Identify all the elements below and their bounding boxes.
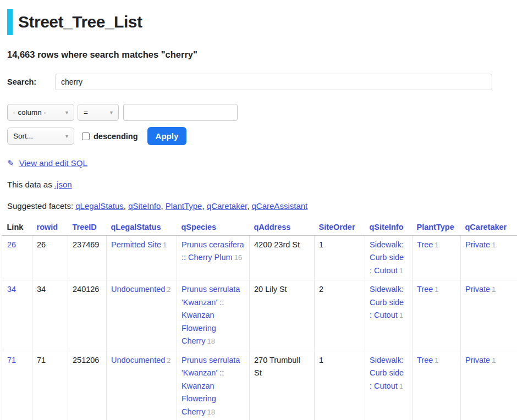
cell-qspecies: Prunus serrulata 'Kwanzan' :: Kwanzan Fl… bbox=[177, 351, 250, 420]
row-count-summary: 14,663 rows where search matches "cherry… bbox=[7, 49, 510, 60]
column-header-link: Link bbox=[2, 220, 32, 236]
column-header-link-treeid[interactable]: TreeID bbox=[73, 223, 97, 231]
facet-value-link[interactable]: Sidewalk: Curb side : Cutout bbox=[370, 240, 404, 275]
view-edit-sql-link[interactable]: View and edit SQL bbox=[19, 158, 87, 168]
cell-qspecies: Prunus cerasifera :: Cherry Plum16 bbox=[177, 236, 250, 280]
row-link[interactable]: 71 bbox=[7, 356, 16, 364]
facet-value-link[interactable]: Undocumented bbox=[111, 285, 165, 294]
page-title: Street_Tree_List bbox=[18, 9, 142, 35]
facet-link-planttype[interactable]: PlantType bbox=[166, 201, 202, 211]
table-row: 7171251206Undocumented2Prunus serrulata … bbox=[2, 351, 517, 420]
facet-count: 1 bbox=[435, 356, 438, 364]
column-header-link-qsiteinfo[interactable]: qSiteInfo bbox=[370, 223, 404, 231]
table-row: 3434240126Undocumented2Prunus serrulata … bbox=[2, 280, 517, 351]
cell-qspecies: Prunus serrulata 'Kwanzan' :: Kwanzan Fl… bbox=[177, 280, 250, 351]
facet-count: 1 bbox=[399, 382, 403, 390]
page-content: Street_Tree_List 14,663 rows where searc… bbox=[0, 9, 517, 211]
facet-value-link[interactable]: Prunus serrulata 'Kwanzan' :: Kwanzan Fl… bbox=[182, 285, 240, 345]
cell-qcaretaker: Private1 bbox=[461, 351, 517, 420]
facet-value-link[interactable]: Sidewalk: Curb side : Cutout bbox=[370, 356, 404, 390]
facet-value-link[interactable]: Tree bbox=[417, 285, 433, 294]
column-select[interactable]: - column - bbox=[7, 104, 74, 121]
facet-count: 18 bbox=[207, 337, 215, 345]
cell-treeid: 240126 bbox=[68, 280, 107, 351]
filter-value-input[interactable] bbox=[123, 104, 238, 121]
facet-value-link[interactable]: Private bbox=[465, 285, 490, 294]
column-header-qaddress: qAddress bbox=[250, 220, 315, 236]
column-header-rowid: rowid bbox=[32, 220, 68, 236]
cell-rowid: 26 bbox=[32, 236, 68, 280]
facet-value-link[interactable]: Private bbox=[465, 356, 490, 364]
column-header-link-qspecies[interactable]: qSpecies bbox=[182, 223, 217, 231]
table-row: 2626237469Permitted Site1Prunus cerasife… bbox=[2, 236, 517, 280]
facet-count: 1 bbox=[492, 356, 496, 364]
facet-value-link[interactable]: Undocumented bbox=[111, 356, 165, 364]
facet-value-link[interactable]: Private bbox=[465, 240, 490, 249]
descending-label: descending bbox=[94, 132, 138, 141]
facet-count: 2 bbox=[167, 285, 170, 294]
facet-link-qcaretaker[interactable]: qCaretaker bbox=[207, 201, 247, 211]
cell-planttype: Tree1 bbox=[413, 351, 461, 420]
column-header-siteorder: SiteOrder bbox=[315, 220, 365, 236]
suggested-facets-row: Suggested facets: qLegalStatus, qSiteInf… bbox=[7, 201, 510, 211]
operator-select[interactable]: = bbox=[78, 104, 119, 121]
search-input[interactable] bbox=[55, 74, 492, 90]
facet-count: 1 bbox=[399, 267, 403, 275]
facet-count: 1 bbox=[492, 241, 496, 249]
facet-value-link[interactable]: Tree bbox=[417, 356, 433, 364]
cell-qsiteinfo: Sidewalk: Curb side : Cutout1 bbox=[365, 236, 413, 280]
column-header-link-siteorder[interactable]: SiteOrder bbox=[319, 223, 355, 231]
column-header-link-rowid[interactable]: rowid bbox=[37, 223, 58, 231]
cell-qcaretaker: Private1 bbox=[461, 280, 517, 351]
cell-treeid: 237469 bbox=[68, 236, 107, 280]
facet-count: 1 bbox=[399, 311, 403, 319]
cell-qaddress: 4200 23rd St bbox=[250, 236, 315, 280]
filter-form: Search: - column - ▼ = ▼ Sort... bbox=[7, 74, 510, 145]
sort-select[interactable]: Sort... bbox=[7, 128, 74, 145]
facet-links: qLegalStatus, qSiteInfo, PlantType, qCar… bbox=[75, 201, 307, 211]
cell-planttype: Tree1 bbox=[413, 236, 461, 280]
column-header-planttype: PlantType bbox=[413, 220, 461, 236]
facet-count: 16 bbox=[234, 253, 242, 262]
facet-value-link[interactable]: Prunus serrulata 'Kwanzan' :: Kwanzan Fl… bbox=[182, 356, 240, 416]
facet-link-qsiteinfo[interactable]: qSiteInfo bbox=[128, 201, 161, 211]
column-header-link-qcaretaker[interactable]: qCaretaker bbox=[465, 223, 507, 231]
cell-qlegalstatus: Undocumented2 bbox=[107, 351, 177, 420]
column-header-treeid: TreeID bbox=[68, 220, 107, 236]
cell-link: 34 bbox=[2, 280, 32, 351]
column-header-qsiteinfo: qSiteInfo bbox=[365, 220, 413, 236]
operator-select-wrap: = ▼ bbox=[78, 104, 119, 121]
facet-value-link[interactable]: Permitted Site bbox=[111, 240, 161, 249]
row-link[interactable]: 26 bbox=[7, 240, 16, 249]
cell-rowid: 71 bbox=[32, 351, 68, 420]
facet-link-qcareassistant[interactable]: qCareAssistant bbox=[252, 201, 308, 211]
column-header-link-qaddress[interactable]: qAddress bbox=[254, 223, 291, 231]
sql-link-row: ✎ View and edit SQL bbox=[7, 158, 510, 168]
cell-qlegalstatus: Permitted Site1 bbox=[107, 236, 177, 280]
facet-link-qlegalstatus[interactable]: qLegalStatus bbox=[75, 201, 124, 211]
facet-count: 1 bbox=[435, 285, 438, 294]
accent-bar bbox=[7, 9, 13, 35]
row-link[interactable]: 34 bbox=[7, 285, 16, 294]
descending-checkbox[interactable] bbox=[82, 132, 90, 140]
cell-qlegalstatus: Undocumented2 bbox=[107, 280, 177, 351]
cell-planttype: Tree1 bbox=[413, 280, 461, 351]
column-header-link-planttype[interactable]: PlantType bbox=[417, 223, 454, 231]
cell-link: 71 bbox=[2, 351, 32, 420]
facet-count: 1 bbox=[163, 241, 167, 249]
json-export-link[interactable]: .json bbox=[54, 180, 72, 189]
sort-select-wrap: Sort... ▼ bbox=[7, 128, 74, 145]
search-row: Search: bbox=[7, 74, 510, 90]
search-label: Search: bbox=[7, 78, 55, 86]
export-row: This data as .json bbox=[7, 180, 510, 189]
facet-count: 18 bbox=[207, 408, 215, 416]
facet-value-link[interactable]: Sidewalk: Curb side : Cutout bbox=[370, 285, 404, 319]
column-header-link-qlegalstatus[interactable]: qLegalStatus bbox=[111, 223, 161, 231]
export-prefix: This data as bbox=[7, 180, 54, 189]
facet-value-link[interactable]: Tree bbox=[417, 240, 433, 249]
apply-button[interactable]: Apply bbox=[147, 127, 187, 145]
pencil-icon: ✎ bbox=[7, 158, 14, 168]
facets-prefix: Suggested facets: bbox=[7, 201, 75, 211]
cell-qsiteinfo: Sidewalk: Curb side : Cutout1 bbox=[365, 280, 413, 351]
facet-count: 1 bbox=[435, 241, 438, 249]
